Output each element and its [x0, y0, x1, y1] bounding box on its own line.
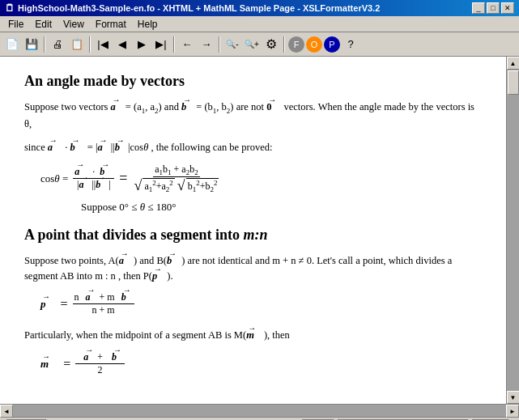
window-title: HighSchool-Math3-Sample-en.fo - XHTML + … — [18, 3, 380, 13]
save-button[interactable]: 💾 — [23, 36, 40, 53]
toolbar-separator-4 — [219, 36, 220, 53]
menu-view[interactable]: View — [58, 18, 89, 31]
toolbar-separator-1 — [44, 36, 45, 53]
minimize-button[interactable]: _ — [472, 2, 485, 14]
close-button[interactable]: ✕ — [501, 2, 514, 14]
section1-para2: since a→ · b→ = |a→||b→|cosθ , the follo… — [24, 140, 482, 155]
p-formula: p→ = na→ + mb→ n + m — [40, 291, 482, 316]
toolbar-separator-2 — [89, 36, 91, 53]
print-button[interactable]: 🖨 — [49, 36, 66, 53]
toolbar-separator-5 — [283, 36, 285, 53]
menu-edit[interactable]: Edit — [30, 18, 57, 31]
suppose-range: Suppose 0° ≤ θ ≤ 180° — [81, 201, 482, 214]
option-p-button[interactable]: P — [324, 36, 340, 53]
zoom-in-button[interactable]: 🔍+ — [243, 36, 261, 53]
toolbar: 📄 💾 🖨 📋 |◀ ◀ ▶ ▶| ← → 🔍- 🔍+ ⚙ F O P ? — [0, 32, 519, 57]
section1-para1: Suppose two vectors a→= (a1, a2) and b→=… — [24, 100, 482, 132]
section2-heading: A point that divides a segment into m:n — [24, 227, 482, 244]
section1-heading: An angle made by vectors — [24, 73, 482, 90]
app-icon: 🗒 — [5, 2, 15, 14]
settings-button[interactable]: ⚙ — [262, 36, 280, 53]
zoom-out-button[interactable]: 🔍- — [223, 36, 241, 53]
next-page-button[interactable]: ▶ — [133, 36, 151, 53]
scroll-thumb[interactable] — [508, 70, 519, 95]
menu-file[interactable]: File — [3, 18, 28, 31]
document-area: An angle made by vectors Suppose two vec… — [0, 57, 506, 404]
horizontal-scrollbar[interactable]: ◄ ► — [0, 404, 519, 417]
help-button[interactable]: ? — [342, 36, 359, 53]
menu-format[interactable]: Format — [91, 18, 131, 31]
window-controls: _ □ ✕ — [472, 2, 514, 14]
new-button[interactable]: 📄 — [3, 36, 21, 53]
forward-button[interactable]: → — [198, 36, 215, 53]
vertical-scrollbar[interactable]: ▲ ▼ — [506, 57, 519, 404]
prev-page-button[interactable]: ◀ — [113, 36, 131, 53]
last-page-button[interactable]: ▶| — [152, 36, 170, 53]
scroll-left-button[interactable]: ◄ — [0, 405, 13, 418]
scroll-up-button[interactable]: ▲ — [507, 57, 520, 70]
main-area: An angle made by vectors Suppose two vec… — [0, 57, 519, 404]
section2-para2: Particularly, when the midpoint of a seg… — [24, 328, 482, 343]
maximize-button[interactable]: □ — [487, 2, 500, 14]
back-button[interactable]: ← — [178, 36, 196, 53]
m-formula: m→ = a→ + b→ 2 — [40, 351, 482, 376]
title-bar: 🗒 HighSchool-Math3-Sample-en.fo - XHTML … — [0, 0, 519, 16]
menu-bar: File Edit View Format Help — [0, 16, 519, 32]
section2-para1: Suppose two points, A(a→) and B(b→) are … — [24, 253, 482, 284]
option-f-button[interactable]: F — [288, 36, 304, 53]
first-page-button[interactable]: |◀ — [94, 36, 112, 53]
scroll-track[interactable] — [507, 70, 520, 391]
status-bar: Ready 1 / 1 Page Size: 210.0 x 297.0 mm … — [0, 417, 519, 420]
menu-help[interactable]: Help — [133, 18, 163, 31]
scroll-down-button[interactable]: ▼ — [507, 391, 520, 404]
toolbar-separator-3 — [173, 36, 175, 53]
print-preview-button[interactable]: 📋 — [68, 36, 86, 53]
option-o-button[interactable]: O — [306, 36, 322, 53]
scroll-right-button[interactable]: ► — [506, 405, 519, 418]
cosine-formula: cosθ = a→ · b→ |a→||b→| = a1b1 + a2b2 — [40, 163, 482, 214]
h-scroll-track[interactable] — [13, 405, 506, 417]
